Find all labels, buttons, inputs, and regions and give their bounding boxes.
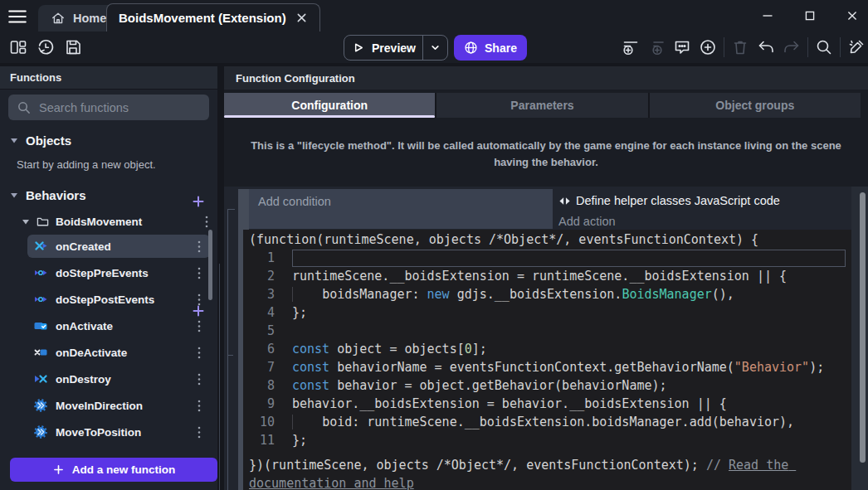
group-menu-button[interactable] [201, 215, 212, 228]
lifecycle-created-icon [34, 240, 47, 253]
sidebar-item-dosteppostevents[interactable]: doStepPostEvents [27, 288, 210, 311]
panels-icon[interactable] [8, 37, 28, 57]
item-menu-button[interactable] [193, 266, 205, 279]
add-circle-button[interactable] [698, 37, 718, 57]
add-action-button[interactable]: Add action [558, 215, 616, 228]
item-menu-button[interactable] [193, 240, 205, 253]
preview-button-label: Preview [372, 41, 416, 55]
line-number: 6 [243, 340, 285, 358]
sidebar-item-oncreated[interactable]: onCreated [27, 235, 210, 258]
globe-icon [464, 41, 478, 55]
preview-button[interactable]: Preview [344, 35, 448, 61]
line-number: 8 [243, 376, 285, 395]
trash-button [730, 37, 750, 57]
search-button[interactable] [814, 37, 834, 57]
code-line: 7const behaviorName = eventsFunctionCont… [243, 358, 851, 376]
function-action-icon [34, 425, 47, 439]
sidebar-item-ondestroy[interactable]: onDestroy [27, 367, 210, 391]
sidebar-item-movetoposition[interactable]: MoveToPosition [27, 420, 210, 444]
main-menu-button[interactable] [7, 6, 28, 26]
tab-active[interactable]: BoidsMovement (Extension) [106, 3, 320, 32]
divider [724, 37, 724, 57]
item-menu-button[interactable] [193, 319, 205, 332]
titlebar: Home BoidsMovement (Extension) [0, 0, 868, 32]
function-label: onDestroy [56, 373, 185, 386]
divider [840, 37, 841, 57]
description-line: having the behavior. [224, 154, 868, 171]
events-sheet: Add condition Define helper classes Java… [224, 187, 868, 490]
function-label: MoveInDirection [56, 400, 185, 412]
add-subevent-button [646, 37, 666, 57]
chevron-down-icon [22, 217, 30, 226]
tab-active-label: BoidsMovement (Extension) [119, 11, 286, 25]
tab-configuration[interactable]: Configuration [224, 93, 435, 118]
undo-button[interactable] [756, 37, 776, 57]
code-line: 9behavior.__boidsExtension = behavior.__… [243, 395, 851, 413]
search-functions-box[interactable] [8, 95, 209, 120]
code-wrapper-footer: })(runtimeScene, objects /*Object*/, eve… [243, 456, 851, 490]
tab-object-groups[interactable]: Object groups [650, 93, 861, 118]
close-button[interactable] [834, 0, 868, 32]
history-icon[interactable] [36, 37, 56, 57]
code-line: 4}; [243, 303, 851, 322]
code-line: 8const behavior = object.getBehavior(beh… [243, 376, 851, 395]
line-number: 5 [243, 322, 285, 340]
gdevelop-window: { "tabbar": { "home": "Home", "active": … [0, 0, 868, 490]
sidebar-item-dosteppreevents[interactable]: doStepPreEvents [27, 261, 210, 284]
panel-splitter [219, 264, 220, 490]
section-behaviors[interactable]: Behaviors [0, 182, 217, 207]
lifecycle-description: This is a "lifecycle method". It will be… [224, 138, 868, 170]
tab-parameters[interactable]: Parameters [436, 93, 647, 118]
add-comment-button[interactable] [672, 37, 692, 57]
sidebar-scrollbar[interactable] [208, 230, 212, 300]
functions-sidebar: Functions Objects Start by adding a new … [0, 66, 217, 490]
item-menu-button[interactable] [193, 293, 205, 306]
edit-extension-button[interactable] [846, 37, 866, 57]
code-line: 10 boid: runtimeScene.__boidsExtension.b… [243, 413, 851, 431]
code-line: 1 [243, 249, 851, 267]
function-label: onDeActivate [56, 347, 185, 359]
js-code-event-title[interactable]: Define helper classes JavaScript code [558, 194, 780, 207]
item-menu-button[interactable] [193, 346, 205, 359]
home-icon [50, 10, 66, 27]
save-icon[interactable] [63, 37, 83, 57]
lifecycle-step-icon [34, 266, 47, 279]
maximize-button[interactable] [792, 0, 828, 32]
play-icon [351, 41, 365, 55]
function-label: doStepPostEvents [56, 294, 185, 306]
chevron-down-icon [10, 136, 18, 144]
sidebar-item-onactivate[interactable]: onActivate [27, 314, 210, 337]
code-line: 6const object = objects[0]; [243, 340, 851, 358]
line-number: 1 [243, 249, 285, 267]
item-menu-button[interactable] [193, 372, 205, 386]
item-menu-button[interactable] [193, 425, 205, 439]
function-label: onCreated [56, 240, 185, 253]
add-condition-area[interactable]: Add condition [249, 189, 553, 229]
lifecycle-activate-icon [34, 319, 47, 332]
line-number: 2 [243, 267, 285, 285]
search-functions-input[interactable] [37, 100, 201, 115]
code-wrapper-header: (function(runtimeScene, objects /*Object… [243, 230, 851, 249]
preview-options-button[interactable] [423, 36, 447, 60]
add-function-button[interactable]: Add a new function [10, 458, 217, 482]
event-indent-guide [227, 209, 236, 490]
tab-close-icon[interactable] [296, 12, 307, 23]
behaviors-section-label: Behaviors [26, 188, 86, 202]
javascript-code-editor[interactable]: (function(runtimeScene, objects /*Object… [243, 230, 851, 490]
code-line: 3 boidsManager: new gdjs.__boidsExtensio… [243, 285, 851, 303]
description-line: This is a "lifecycle method". It will be… [224, 138, 868, 154]
add-event-button[interactable] [621, 37, 641, 57]
line-number: 9 [243, 395, 285, 413]
item-menu-button[interactable] [193, 399, 205, 412]
sidebar-item-moveindirection[interactable]: MoveInDirection [27, 394, 210, 417]
redo-button [782, 37, 802, 57]
lifecycle-step-icon [34, 293, 47, 306]
sidebar-item-ondeactivate[interactable]: onDeActivate [27, 341, 210, 364]
behavior-group-boidsmovement[interactable]: BoidsMovement [0, 209, 217, 234]
minimize-button[interactable] [749, 0, 786, 32]
line-number: 10 [243, 413, 285, 431]
line-number: 3 [243, 285, 285, 303]
section-objects[interactable]: Objects [0, 128, 217, 153]
share-button[interactable]: Share [454, 35, 527, 61]
events-scrollbar-thumb[interactable] [860, 192, 866, 463]
